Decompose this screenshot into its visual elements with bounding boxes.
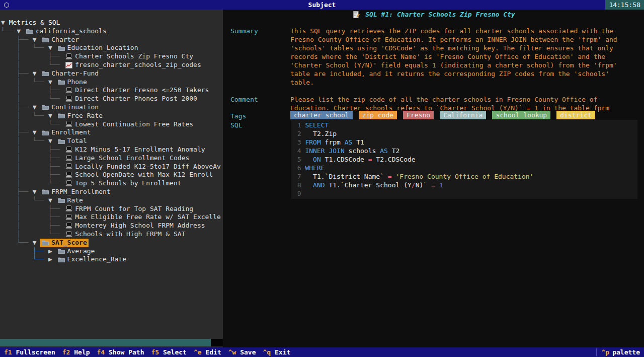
tree-item[interactable]: │ ├── Large School Enrollment Codes: [1, 154, 223, 163]
tree-item-body[interactable]: Metrics & SQL: [9, 19, 60, 27]
statusbar-item-w[interactable]: ^w Save: [228, 348, 256, 356]
statusbar-item-f2[interactable]: f2 Help: [62, 348, 90, 356]
tree-item-body[interactable]: Charter: [40, 36, 79, 44]
tree-item-body[interactable]: Education_Location: [56, 44, 138, 52]
tree-item-body[interactable]: Lowest Continuation Free Rates: [64, 120, 193, 129]
tree-item-body[interactable]: Total: [56, 137, 87, 146]
chevron-down-icon[interactable]: ▼: [1, 19, 9, 27]
statusbar-right[interactable]: │ ^p palette: [595, 348, 640, 356]
tree-item[interactable]: │ ├── School OpenDate with Max K12 Enrol…: [1, 171, 223, 179]
tree-item-body[interactable]: Free_Rate: [56, 112, 103, 120]
chevron-down-icon[interactable]: ▼: [48, 44, 56, 52]
query-icon: [65, 205, 72, 212]
tree-item[interactable]: │ ├── Monterey High School FRPM Address: [1, 222, 223, 230]
tree-item-body[interactable]: Rate: [56, 196, 83, 205]
tree-item-body[interactable]: Monterey High School FRPM Address: [64, 222, 205, 230]
tree-item-body[interactable]: Charter-Fund: [40, 69, 99, 78]
chevron-down-icon[interactable]: ▼: [33, 36, 41, 44]
chevron-right-icon[interactable]: ▶: [48, 255, 56, 264]
chevron-down-icon[interactable]: ▼: [33, 239, 41, 247]
tree-item-body[interactable]: Max Eligible Free Rate w/ SAT Excelle: [64, 213, 221, 222]
tree-item-body[interactable]: Average: [56, 247, 95, 256]
tree-item[interactable]: │ ├── Max Eligible Free Rate w/ SAT Exce…: [1, 213, 223, 222]
tree-item[interactable]: ├── ▼ Continuation: [1, 103, 223, 112]
tree-item[interactable]: │ └── fresno_charter_schools_zip_codes: [1, 61, 223, 69]
statusbar-item-f5[interactable]: f5 Select: [151, 348, 186, 356]
statusbar-item-e[interactable]: ^e Edit: [194, 348, 221, 356]
chevron-down-icon[interactable]: ▼: [17, 27, 25, 36]
sql-editor[interactable]: 1SELECT2 T2.Zip3FROM frpm AS T14INNER JO…: [291, 120, 637, 199]
tree-item[interactable]: │ └── Lowest Continuation Free Rates: [1, 120, 223, 129]
tree-item-body[interactable]: School OpenDate with Max K12 Enroll: [64, 171, 213, 179]
folder-icon: [42, 240, 49, 246]
statusbar-item-f4[interactable]: f4 Show Path: [97, 348, 144, 356]
tree-item-label: SAT_Score: [51, 239, 87, 247]
chevron-down-icon[interactable]: ▼: [48, 196, 56, 205]
tree-guides: ├──: [1, 247, 48, 256]
tree-item[interactable]: │ └── ▼ Rate: [1, 196, 223, 205]
tree-item-body[interactable]: Phone: [56, 78, 87, 87]
tree-item-body[interactable]: K12 Minus 5-17 Enrollment Anomaly: [64, 146, 205, 154]
comment-label: Comment: [230, 95, 258, 104]
tree-item[interactable]: │ └── Top 5 Schools by Enrollment: [1, 179, 223, 188]
tree-item[interactable]: ├── ▶ Average: [1, 247, 223, 256]
tree-item-body[interactable]: Enrollment: [40, 128, 91, 137]
tree-item-body[interactable]: fresno_charter_schools_zip_codes: [64, 61, 201, 69]
folder-icon: [58, 248, 65, 254]
folder-icon: [58, 257, 65, 263]
chevron-right-icon[interactable]: ▶: [48, 247, 56, 256]
tree-guides: │ └──: [1, 230, 64, 239]
tree-guides: │ ├──: [1, 154, 64, 163]
tree-item-body[interactable]: FRPM_Enrollment: [40, 188, 110, 196]
tree-item[interactable]: │ └── ▼ Total: [1, 137, 223, 146]
tree-item[interactable]: ▼ Metrics & SQL: [1, 19, 223, 27]
tree-item-body[interactable]: Locally Funded K12-5to17 Diff AboveAv: [64, 163, 221, 171]
tree-item[interactable]: │ ├── K12 Minus 5-17 Enrollment Anomaly: [1, 146, 223, 154]
tree-item-body[interactable]: FRPM Count for Top SAT Reading: [64, 205, 193, 213]
chevron-down-icon[interactable]: ▼: [33, 103, 41, 112]
tree-guides: │ └──: [1, 120, 64, 129]
chevron-down-icon[interactable]: ▼: [48, 78, 56, 87]
chevron-down-icon[interactable]: ▼: [33, 128, 41, 137]
chevron-down-icon[interactable]: ▼: [48, 137, 56, 146]
tree-item-body[interactable]: california_schools: [25, 27, 107, 36]
tree-item[interactable]: ├── ▼ Charter-Fund: [1, 69, 223, 78]
tree-item[interactable]: │ ├── Direct Charter Fresno <=250 Takers: [1, 86, 223, 95]
tree-item[interactable]: │ └── Schools with High FRPM & SAT: [1, 230, 223, 239]
tree-item-body[interactable]: Direct Charter Fresno <=250 Takers: [64, 86, 209, 95]
tree-item-body[interactable]: Continuation: [40, 103, 99, 112]
tree-item[interactable]: ├── ▼ FRPM_Enrollment: [1, 188, 223, 196]
tree-item[interactable]: │ └── ▼ Free_Rate: [1, 112, 223, 120]
statusbar-item-f1[interactable]: f1 Fullscreen: [4, 348, 55, 356]
tree-item-body[interactable]: Direct Charter Phones Post 2000: [64, 95, 197, 103]
tree-item[interactable]: │ ├── FRPM Count for Top SAT Reading: [1, 205, 223, 213]
tree-item[interactable]: └── ▼ SAT_Score: [1, 239, 223, 247]
horizontal-scrollbar[interactable]: [0, 339, 211, 346]
tree-item[interactable]: │ └── ▼ Phone: [1, 78, 223, 87]
query-icon: [65, 163, 72, 170]
tag-chip: district: [556, 111, 595, 119]
summary-line: This SQL query retrieves the ZIP codes f…: [290, 27, 617, 35]
tag-chip: California: [440, 111, 486, 119]
tree-item[interactable]: │ ├── Locally Funded K12-5to17 Diff Abov…: [1, 163, 223, 171]
tree-item-selected[interactable]: SAT_Score: [40, 239, 88, 247]
tree-item-body[interactable]: Large School Enrollment Codes: [64, 154, 189, 163]
tree-item-body[interactable]: Schools with High FRPM & SAT: [64, 230, 185, 239]
statusbar-items: f1 Fullscreenf2 Helpf4 Show Pathf5 Selec…: [4, 348, 297, 356]
tree-item[interactable]: ├── ▼ Charter: [1, 36, 223, 44]
tree-item[interactable]: │ └── ▼ Education_Location: [1, 44, 223, 52]
chevron-down-icon[interactable]: ▼: [33, 188, 41, 196]
tree-item-body[interactable]: Top 5 Schools by Enrollment: [64, 179, 181, 188]
chevron-down-icon[interactable]: ▼: [48, 112, 56, 120]
tree-item-body[interactable]: Charter Schools Zip Fresno Cty: [64, 52, 193, 61]
tree-item[interactable]: │ └── Direct Charter Phones Post 2000: [1, 95, 223, 103]
query-icon: [65, 214, 72, 221]
chevron-down-icon[interactable]: ▼: [33, 69, 41, 78]
tree-item[interactable]: ├── ▼ Enrollment: [1, 128, 223, 137]
tree-item[interactable]: │ ├── Charter Schools Zip Fresno Cty: [1, 52, 223, 61]
statusbar-item-q[interactable]: ^q Exit: [263, 348, 291, 356]
tree-item-body[interactable]: Excellence_Rate: [56, 255, 126, 264]
line-number: 7: [293, 172, 301, 181]
tree-item[interactable]: └── ▼ california_schools: [1, 27, 223, 36]
tree-item[interactable]: └── ▶ Excellence_Rate: [1, 255, 223, 264]
